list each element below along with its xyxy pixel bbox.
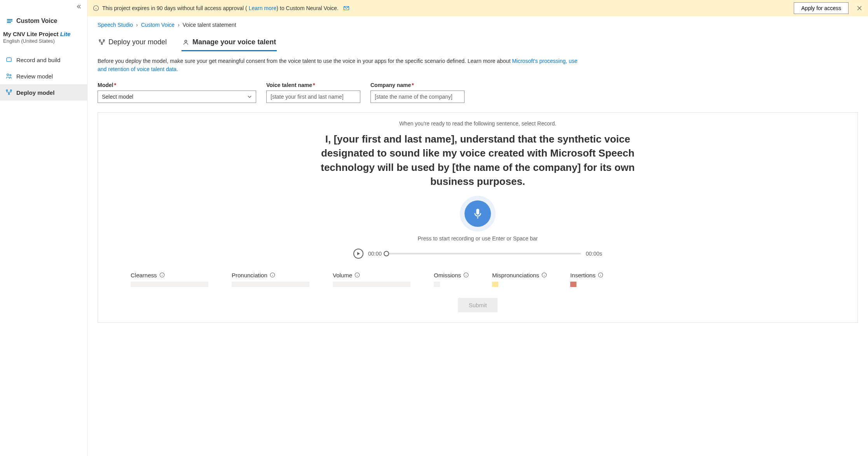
play-icon: [356, 252, 360, 256]
sidebar-item-review-model[interactable]: Review model: [0, 68, 87, 84]
breadcrumb-speech-studio[interactable]: Speech Studio: [98, 22, 133, 28]
deploy-icon: [5, 89, 12, 96]
banner-learn-more-link[interactable]: Learn more: [249, 5, 277, 11]
clearness-bar: [131, 282, 208, 287]
close-banner-button[interactable]: [856, 5, 863, 11]
insertions-bar: [570, 282, 576, 287]
hamburger-icon: [6, 17, 13, 24]
metric-insertions: Insertions: [570, 272, 603, 287]
notice-banner: This project expires in 90 days without …: [87, 0, 868, 16]
banner-text: This project expires in 90 days without …: [102, 5, 339, 11]
breadcrumb-current: Voice talent statement: [183, 22, 236, 28]
omissions-bar: [434, 282, 440, 287]
sidebar-item-record-and-build[interactable]: Record and build: [0, 52, 87, 68]
microphone-icon: [472, 208, 484, 219]
record-panel: When you're ready to read the following …: [98, 112, 858, 323]
metrics-row: Clearness Pronunciation Volume: [131, 272, 825, 287]
breadcrumb-custom-voice[interactable]: Custom Voice: [141, 22, 175, 28]
tab-label: Manage your voice talent: [192, 38, 276, 46]
svg-rect-8: [99, 40, 100, 41]
project-block: My CNV Lite Project Lite English (United…: [0, 28, 87, 49]
record-icon: [5, 56, 12, 63]
metric-volume: Volume: [333, 272, 410, 287]
deploy-tab-icon: [98, 39, 105, 46]
project-badge: Lite: [60, 31, 71, 37]
record-button[interactable]: [460, 196, 496, 231]
tab-manage-voice-talent[interactable]: Manage your voice talent: [182, 35, 277, 51]
consent-statement: I, [your first and last name], understan…: [318, 132, 637, 189]
info-icon[interactable]: [463, 272, 469, 278]
app-title-text: Custom Voice: [16, 17, 58, 24]
sidebar-item-deploy-model[interactable]: Deploy model: [0, 84, 87, 101]
tabs: Deploy your model Manage your voice tale…: [87, 30, 868, 52]
sidebar-item-label: Record and build: [16, 57, 60, 63]
chevron-double-left-icon: [76, 4, 82, 9]
metric-mispronunciations: Mispronunciations: [492, 272, 547, 287]
company-name-field: Company name*: [370, 82, 465, 103]
svg-point-11: [185, 40, 187, 42]
metric-clearness: Clearness: [131, 272, 208, 287]
pronunciation-bar: [232, 282, 309, 287]
info-icon[interactable]: [159, 272, 165, 278]
svg-point-1: [7, 74, 9, 76]
svg-point-2: [10, 75, 11, 76]
chevron-right-icon: ›: [178, 22, 180, 28]
review-icon: [5, 73, 12, 80]
description-text: Before you deploy the model, make sure y…: [98, 57, 580, 73]
seek-thumb[interactable]: [384, 251, 389, 256]
chevron-right-icon: ›: [136, 22, 138, 28]
sidebar-item-label: Review model: [16, 73, 53, 80]
tab-deploy-your-model[interactable]: Deploy your model: [98, 35, 168, 51]
talent-label: Voice talent name: [266, 82, 312, 88]
model-select-value: Select model: [102, 94, 133, 100]
panel-hint: When you're ready to read the following …: [121, 120, 834, 127]
company-name-input[interactable]: [370, 91, 465, 103]
project-name: My CNV Lite Project Lite: [3, 31, 81, 37]
model-label: Model: [98, 82, 113, 88]
metric-pronunciation: Pronunciation: [232, 272, 309, 287]
info-icon[interactable]: [598, 272, 603, 278]
main-content: This project expires in 90 days without …: [87, 0, 868, 456]
play-button[interactable]: [353, 249, 363, 259]
company-label: Company name: [370, 82, 411, 88]
mail-icon[interactable]: [343, 5, 349, 11]
collapse-sidebar-button[interactable]: [0, 0, 87, 10]
info-icon[interactable]: [541, 272, 547, 278]
apply-for-access-button[interactable]: Apply for access: [794, 2, 849, 14]
svg-rect-9: [103, 40, 105, 41]
project-language: English (United States): [3, 38, 81, 44]
info-icon[interactable]: [355, 272, 360, 278]
metric-omissions: Omissions: [434, 272, 469, 287]
submit-button[interactable]: Submit: [458, 298, 498, 312]
person-tab-icon: [182, 39, 189, 46]
time-current: 00:00: [368, 251, 382, 257]
mispronunciations-bar: [492, 282, 498, 287]
sidebar: Custom Voice My CNV Lite Project Lite En…: [0, 0, 87, 456]
time-total: 00:00s: [586, 251, 602, 257]
svg-rect-5: [9, 93, 10, 94]
volume-bar: [333, 282, 410, 287]
info-icon: [93, 5, 99, 11]
talent-name-input[interactable]: [266, 91, 360, 103]
breadcrumb: Speech Studio › Custom Voice › Voice tal…: [87, 16, 868, 30]
sidebar-item-label: Deploy model: [16, 89, 54, 96]
tab-label: Deploy your model: [108, 38, 167, 46]
info-icon[interactable]: [270, 272, 275, 278]
svg-rect-0: [7, 58, 11, 62]
talent-name-field: Voice talent name*: [266, 82, 360, 103]
record-hint: Press to start recording or use Enter or…: [121, 235, 834, 242]
app-title[interactable]: Custom Voice: [0, 10, 87, 28]
seek-track[interactable]: [386, 253, 581, 254]
model-select[interactable]: Select model: [98, 91, 256, 103]
audio-player: 00:00 00:00s: [353, 249, 602, 259]
svg-rect-3: [6, 90, 7, 91]
chevron-down-icon: [247, 94, 252, 99]
svg-rect-4: [10, 90, 12, 91]
model-field: Model* Select model: [98, 82, 256, 103]
svg-rect-10: [101, 43, 103, 44]
